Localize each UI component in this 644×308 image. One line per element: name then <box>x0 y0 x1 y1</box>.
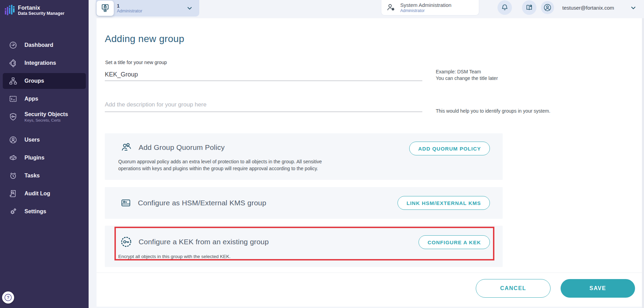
svg-text:?: ? <box>7 295 10 300</box>
hsm-kms-panel: Configure as HSM/External KMS group LINK… <box>105 187 503 219</box>
main-content: Adding new group Set a title for your ne… <box>97 18 642 307</box>
quorum-policy-panel: Add Group Quorum Policy Quorum approval … <box>105 133 503 180</box>
chevron-down-icon <box>186 5 193 12</box>
group-title-input[interactable] <box>105 69 422 81</box>
cancel-button[interactable]: CANCEL <box>476 279 551 298</box>
sidebar-item-label: Plugins <box>24 155 44 161</box>
option-panels: Add Group Quorum Policy Quorum approval … <box>105 133 503 267</box>
group-title-label: Set a title for your new group <box>105 60 167 65</box>
sidebar-item-tasks[interactable]: Tasks <box>3 168 86 184</box>
panel-title: Configure as HSM/External KMS group <box>138 199 266 207</box>
avatar[interactable] <box>541 1 554 14</box>
notifications-button[interactable] <box>497 0 512 15</box>
context-role: Administrator <box>400 8 451 13</box>
sidebar-menu: Dashboard Integrations Groups <box>0 37 89 222</box>
kek-note: Encrypt all objects in this group with t… <box>118 254 231 259</box>
configure-kek-button[interactable]: CONFIGURE A KEK <box>419 235 490 249</box>
sidebar-item-label: Integrations <box>24 60 56 66</box>
save-button[interactable]: SAVE <box>561 279 635 298</box>
sidebar-item-security-objects[interactable]: Security Objects Keys, Secrets, Certs <box>3 109 86 125</box>
sidebar-item-audit-log[interactable]: Audit Log <box>3 186 86 202</box>
sidebar-item-label: Audit Log <box>24 191 50 197</box>
bell-icon <box>501 3 509 12</box>
sidebar-item-label: Users <box>24 137 40 143</box>
sidebar-item-groups[interactable]: Groups <box>3 73 86 89</box>
user-avatar-icon <box>543 3 552 12</box>
panel-title: Add Group Quorum Policy <box>139 143 225 152</box>
panel-description: Quorum approval policy adds an extra lev… <box>118 158 329 172</box>
sidebar-item-label: Groups <box>24 78 44 84</box>
person-gear-icon <box>386 2 396 13</box>
sidebar-item-label: Settings <box>24 208 46 215</box>
dashboard-icon <box>9 41 18 50</box>
sidebar-item-dashboard[interactable]: Dashboard <box>3 37 86 53</box>
hsm-drive-icon <box>120 197 132 209</box>
docs-button[interactable] <box>522 0 536 15</box>
laptop-lock-icon <box>100 3 110 13</box>
user-circle-icon <box>9 135 18 144</box>
page-title: Adding new group <box>105 33 184 44</box>
link-hsm-kms-button[interactable]: LINK HSM/EXTERNAL KMS <box>398 196 490 210</box>
sidebar: Fortanix Data Security Manager Dashboard… <box>0 0 89 308</box>
account-name: 1 <box>117 3 142 9</box>
kek-panel: Configure a KEK from an existing group E… <box>105 226 503 267</box>
topbar: 1 Administrator System Administration Ad… <box>89 0 644 18</box>
brand-name: Fortanix <box>18 5 64 11</box>
sidebar-item-label: Apps <box>24 96 38 102</box>
user-email[interactable]: testuser@fortanix.com <box>562 5 614 11</box>
brand-product: Data Security Manager <box>18 11 64 16</box>
fortanix-logo-icon <box>5 4 14 17</box>
kek-key-icon <box>120 236 132 248</box>
audit-log-icon <box>9 189 18 198</box>
helper-line: Example: DSM Team <box>436 69 498 75</box>
terminal-icon <box>9 94 18 103</box>
gears-icon <box>9 207 18 216</box>
add-quorum-policy-button[interactable]: ADD QUORUM POLICY <box>409 142 490 155</box>
sidebar-item-label: Dashboard <box>24 42 53 48</box>
sidebar-item-label: Tasks <box>24 173 40 179</box>
fortanix-logo: Fortanix Data Security Manager <box>0 0 89 17</box>
org-chart-icon <box>9 76 18 85</box>
puzzle-icon <box>9 59 18 68</box>
alarm-clock-icon <box>9 171 18 180</box>
account-selector[interactable]: 1 Administrator <box>96 0 199 17</box>
shield-key-icon <box>9 112 18 121</box>
account-tile <box>97 1 114 16</box>
sidebar-item-integrations[interactable]: Integrations <box>3 55 86 71</box>
scrollbar-track[interactable] <box>642 18 644 308</box>
help-button[interactable]: ? <box>2 291 14 304</box>
sidebar-item-users[interactable]: Users <box>3 132 86 148</box>
sidebar-item-apps[interactable]: Apps <box>3 91 86 107</box>
account-role: Administrator <box>117 9 142 13</box>
user-menu-chevron-icon[interactable] <box>630 4 637 11</box>
sidebar-item-label: Security Objects <box>24 111 68 117</box>
helper-line: You can change the title later <box>436 75 498 82</box>
panel-title: Configure a KEK from an existing group <box>139 238 269 246</box>
sidebar-item-settings[interactable]: Settings <box>3 204 86 219</box>
context-selector[interactable]: System Administration Administrator <box>381 0 479 16</box>
group-description-helper: This would help you to identify groups i… <box>436 108 550 114</box>
group-description-input[interactable] <box>105 98 422 112</box>
context-title: System Administration <box>400 2 451 8</box>
book-icon <box>525 3 533 12</box>
sidebar-item-sublabel: Keys, Secrets, Certs <box>24 118 68 122</box>
group-title-helper: Example: DSM Team You can change the tit… <box>436 69 498 82</box>
quorum-people-icon <box>120 141 132 154</box>
footer-divider <box>97 273 642 273</box>
brick-icon <box>9 153 18 162</box>
sidebar-item-plugins[interactable]: Plugins <box>3 150 86 166</box>
help-icon: ? <box>3 293 13 302</box>
